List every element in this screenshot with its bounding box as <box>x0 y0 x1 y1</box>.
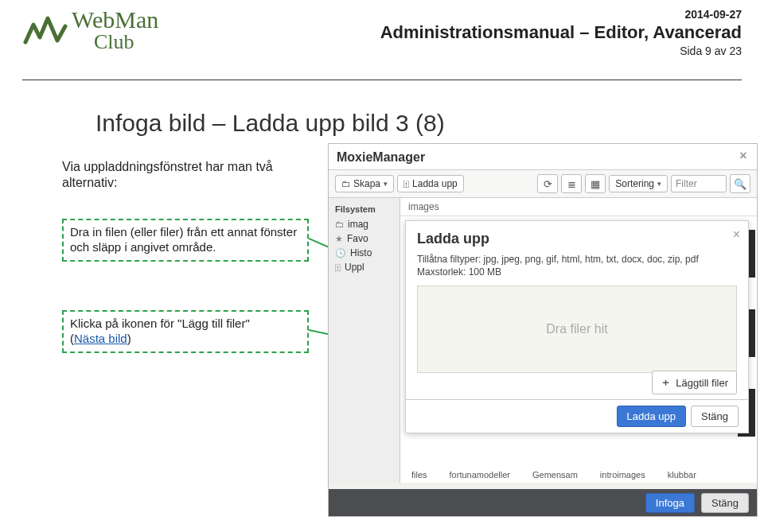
document-date: 2014-09-27 <box>380 8 742 21</box>
sidebar-item-favorites[interactable]: ★ Favo <box>329 231 400 246</box>
do-upload-button[interactable]: Ladda upp <box>617 406 686 427</box>
sidebar-heading: Filsystem <box>329 201 400 217</box>
max-size: Maxstorlek: 100 MB <box>417 266 737 278</box>
sidebar-item-label: Favo <box>347 233 368 244</box>
logo: WebMan Club <box>22 8 158 52</box>
sidebar-item-label: imag <box>348 219 368 230</box>
upload-icon: ⍐ <box>335 262 341 272</box>
close-upload-button[interactable]: Stäng <box>691 406 739 427</box>
callout-drag-drop: Dra in filen (eller filer) från ett anna… <box>62 219 309 262</box>
thumb-label: fortunamodeller <box>450 470 510 480</box>
page-number: Sida 9 av 23 <box>380 45 742 57</box>
thumb-label: introimages <box>600 470 645 480</box>
callout-2-post: ) <box>127 332 131 345</box>
folder-icon: 🗀 <box>335 219 344 229</box>
moxie-footer: Infoga Stäng <box>329 489 757 516</box>
upload-button[interactable]: ⍐ Ladda upp <box>397 175 464 192</box>
logo-text-line2: Club <box>94 32 158 52</box>
intro-line1: Via uppladdningsfönstret har man två <box>62 160 273 173</box>
upload-panel-footer: Ladda upp Stäng <box>406 399 748 433</box>
close-icon[interactable]: × <box>733 227 740 242</box>
document-title: Administrationsmanual – Editor, Avancera… <box>380 22 742 43</box>
create-label: Skapa <box>353 178 380 189</box>
logo-text-line1: WebMan <box>72 8 158 32</box>
intro-line2: alternativ: <box>62 176 117 189</box>
upload-label: Ladda upp <box>412 178 458 189</box>
add-files-button[interactable]: ＋ Läggtill filer <box>652 371 737 394</box>
sidebar-item-label: Uppl <box>345 262 364 273</box>
caret-down-icon: ▾ <box>384 180 388 188</box>
clock-icon: 🕓 <box>335 248 346 258</box>
next-image-link[interactable]: Nästa bild <box>74 332 127 345</box>
sort-label: Sortering <box>615 178 654 189</box>
plus-icon: ＋ <box>661 375 671 390</box>
dropzone[interactable]: Dra filer hit <box>417 285 737 373</box>
sidebar-item-images[interactable]: 🗀 imag <box>329 217 400 231</box>
moxie-toolbar: 🗀 Skapa ▾ ⍐ Ladda upp ⟳ ≣ ▦ Sortering ▾ … <box>329 170 757 198</box>
thumb-label: Gemensam <box>532 470 578 480</box>
refresh-icon: ⟳ <box>544 178 552 190</box>
insert-button[interactable]: Infoga <box>645 493 695 513</box>
sidebar-item-label: Histo <box>350 247 372 258</box>
search-button[interactable]: 🔍 <box>730 174 750 193</box>
intro-text: Via uppladdningsfönstret har man två alt… <box>62 159 273 191</box>
refresh-button[interactable]: ⟳ <box>537 174 558 193</box>
callout-1-line1: Dra in filen (eller filer) från ett anna… <box>70 225 297 239</box>
header-divider <box>22 80 742 80</box>
callout-add-files: Klicka på ikonen för "Lägg till filer" (… <box>62 310 309 353</box>
star-icon: ★ <box>335 234 343 244</box>
search-icon: 🔍 <box>734 178 746 190</box>
breadcrumb[interactable]: images <box>400 198 757 216</box>
create-button[interactable]: 🗀 Skapa ▾ <box>335 175 394 192</box>
callout-1-line2: och släpp i angivet område. <box>70 240 216 254</box>
callout-2-text: Klicka på ikonen för "Lägg till filer" <box>70 316 250 330</box>
upload-panel: × Ladda upp Tillåtna filtyper: jpg, jpeg… <box>405 220 749 433</box>
sidebar-item-history[interactable]: 🕓 Histo <box>329 246 400 260</box>
logo-mark-icon <box>22 9 68 52</box>
thumb-label: klubbar <box>668 470 696 480</box>
grid-view-button[interactable]: ▦ <box>585 174 606 193</box>
sort-button[interactable]: Sortering ▾ <box>609 175 668 192</box>
footer-close-button[interactable]: Stäng <box>701 493 749 513</box>
caret-down-icon: ▾ <box>657 180 661 188</box>
dropzone-label: Dra filer hit <box>546 322 607 336</box>
section-title: Infoga bild – Ladda upp bild 3 (8) <box>96 110 445 137</box>
thumb-labels-row: files fortunamodeller Gemensam introimag… <box>411 470 696 480</box>
list-view-button[interactable]: ≣ <box>561 174 582 193</box>
upload-panel-title: Ladda upp <box>417 231 737 247</box>
list-icon: ≣ <box>567 178 576 190</box>
moxie-content: images × Ladda upp Tillåtna filtyper: jp… <box>400 198 757 483</box>
grid-icon: ▦ <box>591 178 600 190</box>
close-icon[interactable]: × <box>738 150 749 161</box>
moxiemanager-screenshot: MoxieManager × 🗀 Skapa ▾ ⍐ Ladda upp ⟳ ≣… <box>328 143 758 517</box>
thumb-label: files <box>411 470 427 480</box>
filter-input[interactable]: Filter <box>671 175 727 192</box>
folder-plus-icon: 🗀 <box>341 179 350 188</box>
moxie-sidebar: Filsystem 🗀 imag ★ Favo 🕓 Histo ⍐ Uppl <box>329 198 400 483</box>
moxie-title: MoxieManager <box>337 150 425 164</box>
sidebar-item-uploads[interactable]: ⍐ Uppl <box>329 260 400 274</box>
allowed-types: Tillåtna filtyper: jpg, jpeg, png, gif, … <box>417 254 737 265</box>
upload-icon: ⍐ <box>403 179 409 188</box>
add-files-label: Läggtill filer <box>676 377 728 389</box>
